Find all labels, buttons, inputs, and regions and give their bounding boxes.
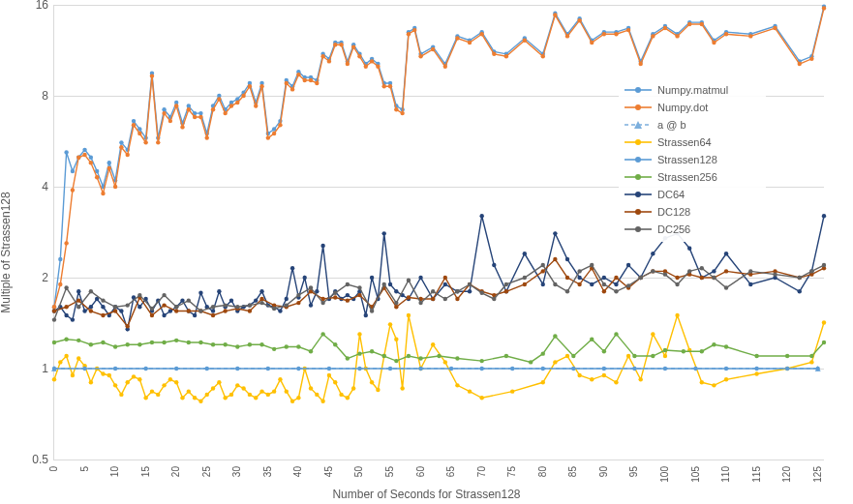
series-marker: [687, 269, 691, 273]
series-marker: [388, 282, 392, 286]
series-marker: [126, 342, 130, 346]
series-marker: [126, 380, 130, 384]
legend-item: DC256: [625, 221, 760, 238]
legend-swatch: [625, 171, 652, 183]
series-marker: [687, 22, 691, 26]
series-marker: [64, 354, 68, 358]
series-marker: [822, 263, 826, 267]
series-marker: [272, 389, 276, 393]
series-marker: [193, 396, 197, 400]
series-marker: [700, 22, 704, 26]
series-marker: [682, 349, 685, 353]
series-marker: [565, 257, 569, 261]
series-marker: [663, 272, 667, 276]
series-marker: [211, 309, 215, 312]
legend-swatch: [625, 102, 652, 113]
series-marker: [455, 356, 459, 360]
series-marker: [137, 132, 141, 135]
series-marker: [577, 373, 581, 377]
series-marker: [639, 377, 643, 381]
series-marker: [272, 347, 276, 351]
y-tick-label: 16: [0, 0, 48, 12]
series-marker: [162, 107, 166, 111]
series-marker: [370, 349, 374, 353]
series-marker: [541, 351, 545, 355]
series-marker: [285, 297, 289, 301]
series-marker: [700, 380, 704, 384]
x-tick-label: 80: [536, 466, 547, 477]
series-marker: [602, 367, 606, 371]
series-marker: [468, 282, 472, 286]
series-marker: [798, 276, 802, 280]
series-marker: [327, 59, 331, 63]
series-marker: [492, 263, 496, 267]
series-marker: [541, 269, 545, 273]
series-marker: [479, 214, 483, 218]
series-marker: [320, 301, 324, 305]
series-marker: [455, 383, 459, 387]
series-marker: [357, 351, 361, 355]
series-marker: [418, 367, 422, 371]
series-marker: [309, 303, 313, 307]
series-marker: [809, 360, 813, 364]
series-marker: [541, 54, 545, 58]
x-tick-label: 15: [139, 466, 150, 477]
series-marker: [254, 104, 258, 107]
series-marker: [107, 161, 111, 164]
series-marker: [724, 377, 728, 381]
series-marker: [187, 341, 191, 344]
y-axis-label: Multiple of Strassen128: [0, 192, 13, 312]
series-marker: [553, 13, 557, 16]
legend-item: Strassen64: [625, 133, 760, 151]
series-marker: [211, 313, 215, 317]
series-marker: [71, 169, 75, 173]
series-marker: [346, 282, 350, 286]
series-marker: [223, 111, 227, 115]
series-marker: [101, 298, 105, 302]
series-marker: [89, 342, 93, 346]
series-marker: [126, 153, 130, 157]
series-marker: [52, 377, 56, 381]
series-marker: [590, 41, 594, 44]
series-marker: [119, 393, 123, 397]
legend-item: Numpy.matmul: [625, 81, 760, 99]
series-marker: [412, 28, 416, 32]
series-marker: [376, 388, 380, 392]
series-marker: [370, 309, 374, 312]
series-marker: [431, 47, 435, 51]
series-marker: [822, 214, 826, 218]
series-marker: [296, 293, 300, 297]
series-marker: [785, 354, 789, 358]
series-marker: [162, 341, 166, 344]
series-marker: [443, 282, 447, 286]
series-marker: [113, 305, 117, 309]
series-marker: [101, 192, 105, 195]
series-marker: [651, 34, 655, 38]
chart-root: Multiple of Strassen128 Number of Second…: [0, 0, 853, 504]
series-marker: [675, 313, 679, 317]
x-tick-label: 5: [78, 466, 89, 472]
series-marker: [541, 367, 545, 371]
series-marker: [724, 32, 728, 36]
series-marker: [71, 188, 75, 192]
series-marker: [443, 276, 447, 280]
series-marker: [651, 332, 655, 336]
series-marker: [52, 367, 56, 371]
series-marker: [553, 257, 557, 261]
series-marker: [822, 6, 826, 10]
series-marker: [52, 317, 56, 321]
series-marker: [235, 344, 239, 348]
series-marker: [107, 166, 111, 170]
series-marker: [394, 289, 398, 293]
series-marker: [168, 119, 172, 123]
series-marker: [822, 341, 826, 344]
series-marker: [504, 54, 508, 58]
series-marker: [357, 54, 361, 58]
series-marker: [174, 305, 178, 309]
series-marker: [126, 303, 130, 307]
series-marker: [351, 386, 355, 390]
series-marker: [785, 367, 789, 371]
series-marker: [119, 309, 123, 312]
series-marker: [712, 383, 716, 387]
series-marker: [504, 282, 508, 286]
